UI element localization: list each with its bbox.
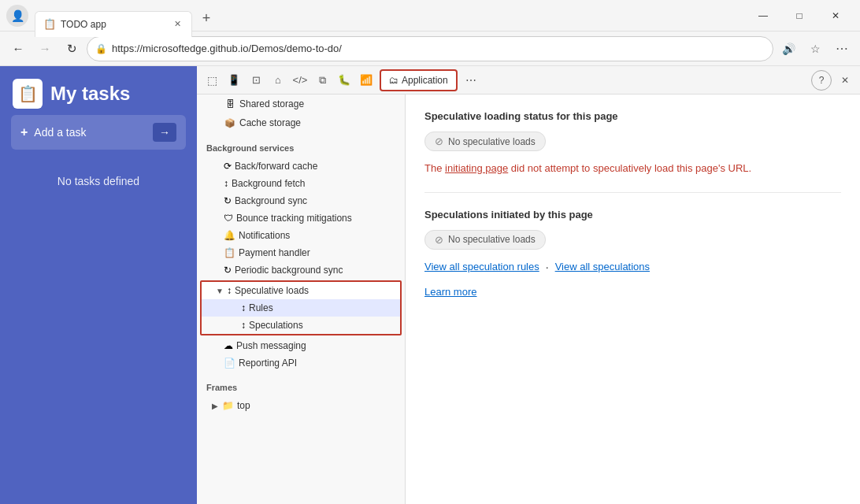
initiating-page-link[interactable]: initiating page bbox=[445, 162, 508, 174]
settings-menu-button[interactable]: ⋯ bbox=[830, 37, 854, 61]
lock-icon: 🔒 bbox=[95, 43, 107, 54]
tree-item-frames-top[interactable]: ▶ 📁 top bbox=[197, 397, 405, 414]
shared-storage-icon: 🗄 bbox=[224, 98, 236, 110]
add-task-button[interactable]: + Add a task → bbox=[11, 115, 186, 150]
tree-item-rules[interactable]: ↕ Rules bbox=[202, 299, 400, 317]
no-loads-badge-label-2: No speculative loads bbox=[448, 234, 536, 245]
source-icon[interactable]: </> bbox=[290, 70, 310, 91]
status-suffix: did not attempt to speculatively load th… bbox=[508, 162, 751, 174]
application-tab-label: Application bbox=[402, 75, 448, 86]
devtools-more-button[interactable]: ⋯ bbox=[461, 70, 481, 91]
no-loads-badge-2: ⊘ No speculative loads bbox=[424, 230, 546, 250]
tree-item-reporting-api[interactable]: 📄 Reporting API bbox=[197, 354, 405, 372]
arrow-icon: → bbox=[153, 123, 176, 142]
learn-more-link[interactable]: Learn more bbox=[424, 286, 476, 298]
tree-item-payment-handler[interactable]: 📋 Payment handler bbox=[197, 244, 405, 261]
speculative-loads-label: Speculative loads bbox=[235, 285, 309, 296]
tab-close-icon[interactable]: ✕ bbox=[171, 18, 183, 31]
frames-header: Frames bbox=[197, 378, 405, 397]
tree-item-background-sync[interactable]: ↻ Background sync bbox=[197, 192, 405, 209]
reporting-api-icon: 📄 bbox=[224, 358, 235, 369]
plus-icon: + bbox=[20, 125, 28, 139]
rules-icon: ↕ bbox=[241, 302, 246, 313]
app-logo: 📋 bbox=[13, 79, 43, 109]
speculations-label: Speculations bbox=[249, 320, 303, 331]
background-sync-icon: ↻ bbox=[224, 195, 232, 206]
push-messaging-icon: ☁ bbox=[224, 340, 233, 351]
back-forward-label: Back/forward cache bbox=[235, 161, 317, 172]
read-aloud-button[interactable]: 🔊 bbox=[777, 37, 800, 61]
notifications-icon: 🔔 bbox=[224, 230, 235, 241]
dot-separator: · bbox=[546, 261, 549, 273]
devtools-close-button[interactable]: ✕ bbox=[835, 70, 855, 91]
network-icon[interactable]: 📶 bbox=[356, 70, 376, 91]
no-loads-badge-icon-1: ⊘ bbox=[435, 135, 443, 147]
profile-icon[interactable]: 👤 bbox=[6, 5, 28, 27]
no-loads-badge-icon-2: ⊘ bbox=[435, 234, 443, 246]
devtools-toolbar: ⬚ 📱 ⊡ ⌂ </> ⧉ 🐛 📶 🗂 Application ⋯ ? ✕ bbox=[197, 66, 860, 94]
no-loads-badge-1: ⊘ No speculative loads bbox=[424, 132, 546, 151]
back-forward-icon: ⟳ bbox=[224, 161, 232, 172]
app-panel: 📋 My tasks + Add a task → No tasks defin… bbox=[0, 66, 197, 504]
speculations-icon: ↕ bbox=[241, 320, 246, 331]
forward-button: → bbox=[33, 37, 57, 61]
rules-label: Rules bbox=[249, 302, 273, 313]
bounce-tracking-label: Bounce tracking mitigations bbox=[236, 213, 352, 224]
view-all-rules-link[interactable]: View all speculation rules bbox=[424, 261, 539, 272]
back-button[interactable]: ← bbox=[6, 37, 30, 61]
tree-item-shared-storage[interactable]: 🗄 Shared storage bbox=[197, 94, 405, 113]
device-emulation-icon[interactable]: 📱 bbox=[224, 70, 244, 91]
section2-title: Speculations initiated by this page bbox=[424, 209, 841, 220]
tree-item-notifications[interactable]: 🔔 Notifications bbox=[197, 227, 405, 244]
maximize-button[interactable]: □ bbox=[781, 3, 817, 28]
view-all-speculations-link[interactable]: View all speculations bbox=[555, 261, 650, 272]
add-task-label: Add a task bbox=[34, 126, 153, 139]
layers-icon[interactable]: ⧉ bbox=[312, 70, 332, 91]
notifications-label: Notifications bbox=[239, 230, 290, 241]
speculative-loads-icon: ↕ bbox=[227, 285, 232, 296]
tree-item-background-fetch[interactable]: ↕ Background fetch bbox=[197, 175, 405, 192]
minimize-button[interactable]: — bbox=[745, 3, 781, 28]
toggle-drawer-icon[interactable]: ⊡ bbox=[246, 70, 266, 91]
section1-title: Speculative loading status for this page bbox=[424, 110, 841, 122]
no-loads-badge-label-1: No speculative loads bbox=[448, 136, 536, 147]
tree-item-periodic-bg-sync[interactable]: ↻ Periodic background sync bbox=[197, 261, 405, 279]
tree-item-speculative-loads[interactable]: ▼ ↕ Speculative loads bbox=[202, 282, 400, 299]
background-services-header: Background services bbox=[197, 139, 405, 158]
status-prefix: The bbox=[424, 162, 445, 174]
devtools-help-button[interactable]: ? bbox=[811, 70, 832, 91]
app-title: My tasks bbox=[50, 83, 130, 105]
tree-item-speculations[interactable]: ↕ Speculations bbox=[202, 317, 400, 334]
background-fetch-label: Background fetch bbox=[232, 178, 305, 189]
payment-handler-icon: 📋 bbox=[224, 247, 235, 258]
sidebar-tree: 🗄 Shared storage 📦 Cache storage Backgro… bbox=[197, 94, 406, 504]
application-tab[interactable]: 🗂 Application bbox=[380, 69, 458, 91]
application-tab-icon: 🗂 bbox=[389, 75, 398, 86]
cursor-tool-icon[interactable]: ⬚ bbox=[202, 70, 222, 91]
push-messaging-label: Push messaging bbox=[236, 340, 306, 351]
favorites-button[interactable]: ☆ bbox=[803, 37, 827, 61]
new-tab-button[interactable]: + bbox=[195, 8, 217, 30]
background-sync-label: Background sync bbox=[235, 195, 307, 206]
payment-handler-label: Payment handler bbox=[239, 247, 310, 258]
periodic-bg-sync-label: Periodic background sync bbox=[235, 265, 343, 276]
tree-item-bounce-tracking[interactable]: 🛡 Bounce tracking mitigations bbox=[197, 209, 405, 227]
address-bar[interactable]: 🔒 https://microsoftedge.github.io/Demos/… bbox=[87, 36, 773, 61]
tree-item-back-forward-cache[interactable]: ⟳ Back/forward cache bbox=[197, 158, 405, 175]
close-button[interactable]: ✕ bbox=[817, 3, 854, 28]
home-icon[interactable]: ⌂ bbox=[268, 70, 288, 91]
tab-favicon: 📋 bbox=[43, 18, 56, 30]
reload-button[interactable]: ↻ bbox=[60, 37, 83, 61]
periodic-bg-sync-icon: ↻ bbox=[224, 265, 232, 276]
cache-storage-icon: 📦 bbox=[224, 117, 236, 129]
browser-tab[interactable]: 📋 TODO app ✕ bbox=[35, 11, 192, 37]
tree-item-push-messaging[interactable]: ☁ Push messaging bbox=[197, 337, 405, 354]
bug-icon[interactable]: 🐛 bbox=[334, 70, 354, 91]
shared-storage-label: Shared storage bbox=[239, 98, 304, 109]
cache-storage-label: Cache storage bbox=[239, 117, 301, 128]
frames-top-expand-icon: ▶ bbox=[209, 402, 221, 410]
tree-item-cache-storage[interactable]: 📦 Cache storage bbox=[197, 113, 405, 132]
background-fetch-icon: ↕ bbox=[224, 178, 228, 189]
tab-title: TODO app bbox=[61, 19, 165, 30]
bounce-tracking-icon: 🛡 bbox=[224, 213, 233, 224]
